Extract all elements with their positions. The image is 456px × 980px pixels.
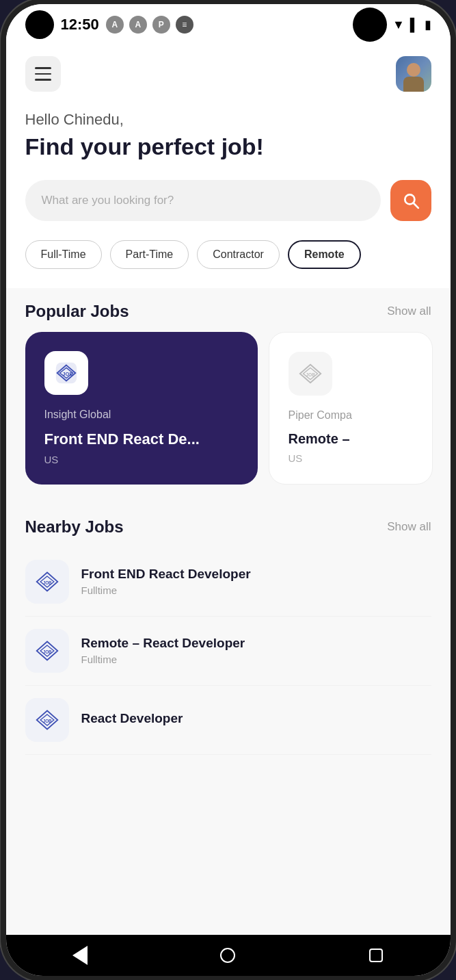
status-icon-4: ≡ bbox=[176, 16, 193, 34]
svg-text:JOB: JOB bbox=[42, 580, 51, 584]
menu-icon bbox=[35, 67, 51, 69]
user-avatar[interactable] bbox=[396, 56, 431, 92]
nearby-jobs-show-all[interactable]: Show all bbox=[387, 520, 431, 534]
popular-job-title-secondary: Remote – bbox=[289, 431, 413, 447]
avatar-head bbox=[407, 63, 420, 77]
front-camera-dot bbox=[25, 10, 54, 39]
popular-job-location-primary: US bbox=[44, 454, 239, 465]
nearby-job-logo-icon-0: JOB bbox=[35, 569, 59, 594]
filter-chips: Full-Time Part-Time Contractor Remote bbox=[6, 240, 451, 288]
nearby-job-title-2: React Developer bbox=[81, 711, 183, 726]
popular-jobs-title: Popular Jobs bbox=[25, 302, 129, 321]
popular-jobs-header: Popular Jobs Show all bbox=[6, 288, 451, 332]
svg-text:JOB: JOB bbox=[306, 372, 315, 377]
popular-job-card-secondary[interactable]: JOB Piper Compa Remote – US bbox=[269, 332, 433, 485]
svg-text:JOB: JOB bbox=[62, 371, 73, 377]
popular-job-company-primary: Insight Global bbox=[44, 409, 239, 421]
popular-job-title-primary: Front END React De... bbox=[44, 430, 239, 448]
popular-job-card-primary[interactable]: JOB Insight Global Front END React De...… bbox=[25, 332, 258, 485]
filter-fulltime[interactable]: Full-Time bbox=[25, 240, 102, 269]
popular-job-company-secondary: Piper Compa bbox=[289, 409, 413, 422]
hero-section: Hello Chinedu, Find your perfect job! bbox=[6, 105, 451, 180]
wifi-icon: ▼ bbox=[392, 18, 405, 32]
avatar-figure bbox=[401, 62, 426, 92]
status-left: 12:50 A A P ≡ bbox=[25, 10, 193, 39]
nearby-jobs-title: Nearby Jobs bbox=[25, 517, 124, 537]
back-icon bbox=[72, 946, 88, 965]
popular-jobs-show-all[interactable]: Show all bbox=[387, 305, 431, 318]
job-logo-secondary: JOB bbox=[289, 352, 332, 396]
nearby-job-logo-0: JOB bbox=[25, 560, 69, 604]
filter-contractor[interactable]: Contractor bbox=[197, 240, 280, 269]
job-logo-icon-secondary: JOB bbox=[297, 361, 323, 387]
search-icon bbox=[402, 192, 420, 209]
tagline-text: Find your perfect job! bbox=[25, 133, 431, 161]
app-content: Hello Chinedu, Find your perfect job! Wh… bbox=[6, 45, 451, 935]
nearby-job-type-0: Fulltime bbox=[81, 584, 251, 596]
nav-home-button[interactable] bbox=[213, 940, 243, 970]
nearby-jobs-list: JOB Front END React Developer Fulltime J… bbox=[6, 547, 451, 755]
search-input-wrap[interactable]: What are you looking for? bbox=[25, 180, 381, 221]
nearby-job-info-1: Remote – React Developer Fulltime bbox=[81, 636, 245, 665]
nearby-job-type-1: Fulltime bbox=[81, 654, 245, 665]
popular-job-location-secondary: US bbox=[289, 452, 413, 464]
job-logo-icon-primary: JOB bbox=[53, 360, 79, 386]
popular-jobs-scroll: JOB Insight Global Front END React De...… bbox=[6, 332, 451, 504]
svg-text:JOB: JOB bbox=[42, 718, 51, 723]
search-section: What are you looking for? bbox=[6, 180, 451, 240]
nearby-job-info-0: Front END React Developer Fulltime bbox=[81, 567, 251, 596]
nearby-job-info-2: React Developer bbox=[81, 711, 183, 729]
selfie-camera bbox=[353, 8, 387, 42]
nearby-jobs-header: Nearby Jobs Show all bbox=[6, 504, 451, 547]
menu-button[interactable] bbox=[25, 56, 61, 92]
nearby-job-item-0[interactable]: JOB Front END React Developer Fulltime bbox=[25, 547, 431, 617]
filter-remote[interactable]: Remote bbox=[288, 240, 361, 269]
header bbox=[6, 45, 451, 105]
recents-icon bbox=[369, 949, 383, 962]
avatar-body bbox=[403, 77, 424, 92]
filter-parttime[interactable]: Part-Time bbox=[110, 240, 189, 269]
menu-icon bbox=[35, 73, 51, 75]
search-placeholder: What are you looking for? bbox=[42, 194, 174, 207]
nearby-job-title-1: Remote – React Developer bbox=[81, 636, 245, 651]
search-button[interactable] bbox=[390, 180, 431, 221]
nearby-job-logo-2: JOB bbox=[25, 698, 69, 742]
nearby-job-logo-icon-1: JOB bbox=[35, 639, 59, 663]
greeting-text: Hello Chinedu, bbox=[25, 111, 431, 129]
nearby-job-title-0: Front END React Developer bbox=[81, 567, 251, 582]
status-icon-2: A bbox=[129, 16, 147, 34]
nearby-job-item-2[interactable]: JOB React Developer bbox=[25, 686, 431, 755]
status-right: ▼ ▌ ▮ bbox=[353, 8, 431, 42]
status-icons: A A P ≡ bbox=[106, 16, 193, 34]
status-bar: 12:50 A A P ≡ ▼ ▌ ▮ bbox=[6, 4, 451, 45]
nav-back-button[interactable] bbox=[65, 940, 95, 970]
home-icon bbox=[220, 948, 235, 963]
status-icon-3: P bbox=[152, 16, 170, 34]
nearby-job-item-1[interactable]: JOB Remote – React Developer Fulltime bbox=[25, 617, 431, 686]
nav-recents-button[interactable] bbox=[361, 940, 391, 970]
nearby-job-logo-1: JOB bbox=[25, 629, 69, 673]
status-icon-1: A bbox=[106, 16, 124, 34]
svg-text:JOB: JOB bbox=[42, 649, 51, 654]
bottom-nav-bar bbox=[6, 935, 451, 976]
svg-line-1 bbox=[413, 203, 418, 208]
status-time: 12:50 bbox=[61, 16, 99, 34]
battery-icon: ▮ bbox=[425, 17, 431, 32]
signal-icon: ▌ bbox=[410, 18, 419, 32]
menu-icon bbox=[35, 79, 51, 81]
job-logo-primary: JOB bbox=[44, 351, 88, 395]
nearby-job-logo-icon-2: JOB bbox=[35, 708, 59, 732]
